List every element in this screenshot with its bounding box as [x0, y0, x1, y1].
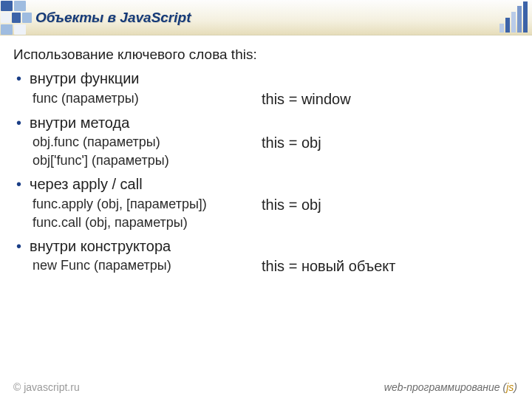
section: • внутри конструктора new Func (параметр… [13, 237, 516, 276]
slide-footer: © javascript.ru web-программирование (js… [0, 381, 532, 393]
section-heading: внутри конструктора [30, 237, 171, 256]
section-heading: внутри функции [30, 69, 140, 89]
bullet-icon: • [16, 71, 30, 86]
bullet-row: • внутри метода [16, 114, 516, 133]
section: • внутри метода obj.func (параметры) obj… [13, 114, 516, 171]
bullet-icon: • [16, 239, 30, 253]
bullet-row: • внутри конструктора [16, 237, 516, 256]
code-column: new Func (параметры) [33, 257, 262, 276]
slide-title: Объекты в JavaScript [35, 10, 191, 26]
example-block: new Func (параметры) this = новый объект [33, 257, 516, 276]
example-block: func.apply (obj, [параметры]) func.call … [33, 196, 516, 233]
result-column: this = obj [262, 196, 516, 233]
code-line: func.apply (obj, [параметры]) [33, 196, 262, 213]
bullet-icon: • [16, 115, 30, 130]
code-line: func.call (obj, параметры) [33, 214, 262, 231]
code-line: obj['func'] (параметры) [33, 152, 262, 169]
bullet-icon: • [16, 177, 30, 191]
result-column: this = новый объект [262, 257, 516, 276]
header-stripes-deco [443, 0, 532, 35]
section-heading: внутри метода [30, 114, 129, 133]
slide-body: Использование ключевого слова this: • вн… [0, 35, 532, 276]
code-line: obj.func (параметры) [33, 134, 262, 151]
footer-suffix: ) [514, 381, 517, 393]
section: • внутри функции func (параметры) this =… [13, 69, 516, 109]
code-line: new Func (параметры) [33, 257, 262, 274]
result-column: this = window [262, 90, 516, 109]
code-column: func.apply (obj, [параметры]) func.call … [33, 196, 262, 233]
result-column: this = obj [262, 134, 516, 171]
bullet-row: • через apply / call [16, 175, 516, 194]
footer-prefix: web-программирование ( [384, 381, 506, 393]
code-column: func (параметры) [33, 90, 262, 109]
slide-header: Объекты в JavaScript [0, 0, 532, 35]
bullet-row: • внутри функции [16, 69, 516, 89]
example-block: obj.func (параметры) obj['func'] (параме… [33, 134, 516, 171]
footer-js: js [506, 381, 514, 393]
code-column: obj.func (параметры) obj['func'] (параме… [33, 134, 262, 171]
intro-text: Использование ключевого слова this: [13, 46, 516, 64]
code-line: func (параметры) [33, 90, 262, 107]
footer-right: web-программирование (js) [384, 381, 517, 393]
header-squares-deco [0, 0, 33, 35]
example-block: func (параметры) this = window [33, 90, 516, 109]
section: • через apply / call func.apply (obj, [п… [13, 175, 516, 233]
copyright: © javascript.ru [13, 381, 80, 393]
section-heading: через apply / call [30, 175, 143, 194]
